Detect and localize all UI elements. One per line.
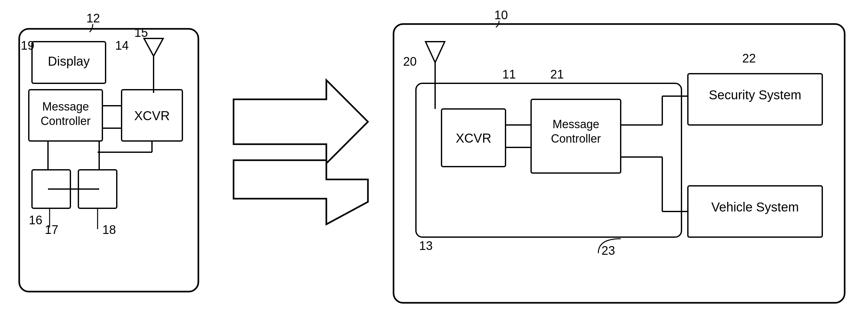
label-22: 22 [742, 52, 756, 65]
svg-marker-16 [234, 160, 368, 224]
label-20: 20 [403, 55, 416, 68]
message-controller-left-label2: Controller [41, 114, 91, 128]
label-16: 16 [29, 213, 42, 227]
display-label: Display [48, 54, 90, 68]
svg-rect-0 [19, 29, 198, 292]
diagram-container: 19 12 Display 15 14 Message Controller X… [0, 0, 868, 331]
svg-rect-20 [416, 83, 681, 237]
svg-rect-17 [394, 24, 845, 303]
diagram-svg: 19 12 Display 15 14 Message Controller X… [0, 0, 868, 331]
label-11: 11 [502, 67, 516, 81]
label-18: 18 [102, 223, 116, 237]
label-14: 14 [115, 39, 129, 52]
xcvr-right-label: XCVR [456, 131, 491, 145]
security-system-label: Security System [709, 88, 802, 102]
label-12: 12 [86, 11, 100, 25]
label-17: 17 [45, 223, 58, 237]
label-10: 10 [494, 8, 508, 22]
label-23: 23 [601, 244, 615, 257]
svg-marker-18 [426, 42, 445, 62]
message-controller-right-label2: Controller [551, 132, 601, 145]
message-controller-right-label: Message [553, 118, 599, 131]
message-controller-left-label: Message [42, 100, 89, 113]
label-15: 15 [134, 26, 148, 39]
svg-marker-2 [144, 38, 163, 56]
label-13: 13 [419, 239, 433, 252]
label-21: 21 [550, 67, 564, 81]
svg-marker-15 [234, 80, 368, 163]
xcvr-left-label: XCVR [134, 109, 169, 123]
vehicle-system-label: Vehicle System [711, 200, 799, 214]
